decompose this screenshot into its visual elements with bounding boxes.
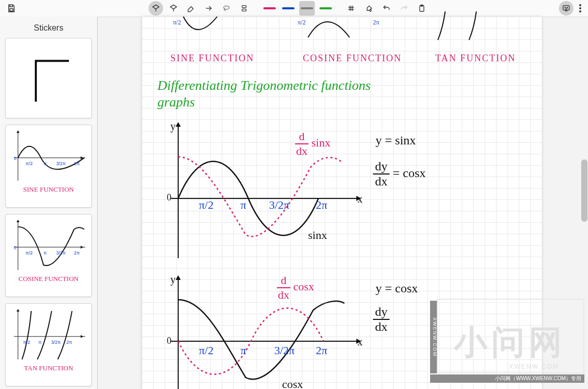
page-title-line1: Differentiating Trigonometric functions	[157, 78, 371, 93]
svg-rect-0	[10, 9, 13, 11]
svg-text:0: 0	[14, 156, 17, 161]
save-icon[interactable]	[4, 1, 19, 16]
svg-text:2π: 2π	[74, 250, 80, 256]
g1-tick2: π	[240, 198, 246, 212]
svg-text:π: π	[44, 161, 47, 166]
svg-text:0: 0	[14, 245, 17, 250]
svg-text:3/2π: 3/2π	[56, 161, 65, 166]
svg-point-7	[565, 7, 565, 8]
watermark-side: XWENW.COM	[430, 301, 437, 373]
svg-text:2π: 2π	[74, 161, 80, 166]
g2-curve: cosx	[282, 378, 303, 389]
g1-deriv: d dx sinx	[295, 130, 330, 158]
sticker-sine[interactable]: 0 π/2 π 3/2π 2π SINE FUNCTION	[5, 125, 92, 208]
sticker-cosine[interactable]: 0 π/2 π 3/2π 2π COSINE FUNCTION	[5, 214, 92, 297]
g2-deriv: d dx cosx	[277, 274, 314, 302]
more-menu-icon[interactable]	[576, 1, 585, 16]
page-title-line2: graphs	[157, 95, 195, 110]
svg-text:π/2: π/2	[298, 19, 305, 26]
g1-eq1: y = sinx	[376, 133, 416, 147]
top-label-cosine: COSINE FUNCTION	[303, 53, 402, 64]
g2-ylabel: y	[170, 274, 176, 286]
feedback-icon[interactable]	[559, 1, 573, 16]
svg-point-1	[224, 6, 230, 9]
graph-cos	[155, 271, 368, 389]
g2-xlabel: x	[357, 336, 363, 348]
g2-origin: 0	[167, 336, 171, 346]
g1-tick3: 3/2π	[269, 198, 289, 212]
svg-rect-3	[242, 9, 246, 11]
sticker-caption: COSINE FUNCTION	[8, 275, 89, 283]
g2-tick2: π	[240, 344, 246, 357]
g1-tick1: π/2	[199, 198, 213, 212]
svg-text:2π: 2π	[373, 19, 379, 26]
sticker-tan[interactable]: π/2 π 3/2π 2π TAN FUNCTION	[5, 303, 92, 386]
watermark-bar: 小问网（WWW.XWENW.COM）专用	[430, 374, 584, 383]
svg-text:π: π	[38, 340, 42, 345]
g2-eq1: y = cosx	[376, 281, 418, 296]
watermark-main: 小问网	[454, 320, 566, 365]
svg-text:2π: 2π	[66, 340, 72, 345]
scrollbar-thumb[interactable]	[581, 159, 587, 222]
graph-sin	[155, 118, 368, 269]
g2-tick4: 2π	[316, 344, 327, 357]
svg-text:π: π	[44, 250, 47, 256]
svg-text:3/2π: 3/2π	[51, 340, 60, 345]
g2-eq2: dy dx	[373, 305, 390, 334]
svg-text:π/2: π/2	[23, 340, 30, 345]
g1-origin: 0	[167, 192, 171, 203]
top-label-tan: TAN FUNCTION	[435, 53, 516, 64]
g2-tick3: 3/2π	[274, 344, 295, 357]
svg-point-11	[579, 10, 581, 12]
svg-rect-6	[563, 6, 569, 10]
g2-tick1: π/2	[199, 344, 213, 357]
svg-text:π/2: π/2	[173, 19, 181, 26]
g1-ylabel: y	[170, 120, 176, 132]
watermark-sub: XWENW.COM	[509, 363, 559, 370]
svg-text:π/2: π/2	[25, 161, 33, 166]
top-label-sine: SINE FUNCTION	[170, 53, 255, 64]
stickers-title: Stickers	[5, 23, 92, 33]
sticker-caption: SINE FUNCTION	[8, 185, 89, 194]
svg-point-9	[579, 4, 581, 6]
whiteboard-tool-icon[interactable]	[149, 1, 163, 16]
svg-point-10	[579, 7, 581, 9]
g1-tick4: 2π	[316, 198, 327, 212]
g1-xlabel: x	[357, 193, 363, 205]
g1-curve: sinx	[308, 229, 327, 242]
svg-point-8	[567, 7, 567, 8]
g1-eq2: dy dx = cosx	[373, 159, 426, 189]
svg-text:π/2: π/2	[25, 250, 33, 256]
canvas-stage[interactable]: π/2 π/2 2π SINE FUNCTION COSINE FUNCTION…	[98, 17, 588, 389]
sticker-caption: TAN FUNCTION	[8, 364, 89, 372]
svg-rect-2	[242, 6, 246, 8]
svg-text:3/2π: 3/2π	[56, 250, 65, 256]
stickers-panel: Stickers 0 π/2 π 3/2π 2π SINE FUNCTION 0…	[0, 17, 98, 389]
sticker-shape[interactable]	[5, 38, 92, 118]
